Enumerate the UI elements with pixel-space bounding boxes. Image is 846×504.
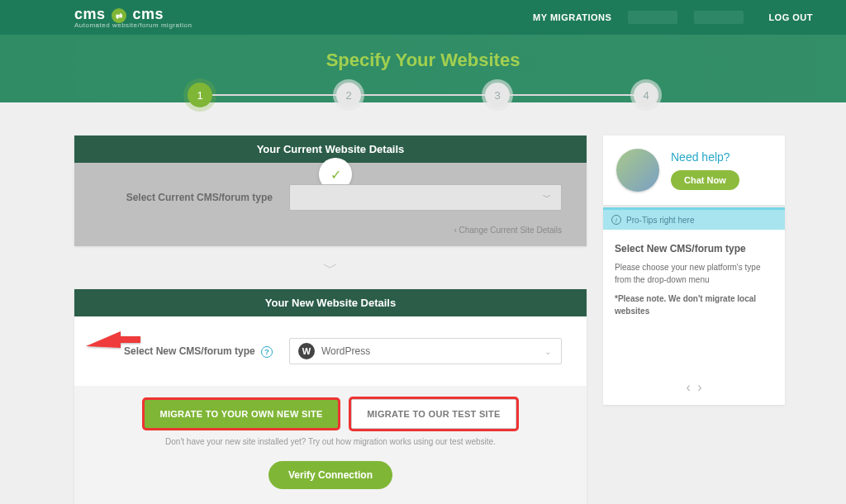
brand-tagline: Automated website/forum migration	[74, 21, 192, 29]
info-icon: i	[611, 215, 621, 225]
page-title: Specify Your Websites	[0, 50, 846, 71]
new-site-header: Your New Website Details	[74, 289, 587, 316]
avatar	[616, 149, 659, 192]
new-cms-label: Select New CMS/forum type ?	[99, 345, 273, 358]
brand-logo[interactable]: cms ⇄ cms Automated website/forum migrat…	[74, 6, 192, 30]
chat-now-button[interactable]: Chat Now	[671, 170, 739, 190]
brand-text-a: cms	[74, 6, 106, 22]
help-card: Need help? Chat Now	[603, 136, 785, 205]
wordpress-icon: W	[298, 343, 315, 359]
need-help-label: Need help?	[671, 150, 772, 164]
migrate-test-site-button[interactable]: MIGRATE TO OUR TEST SITE	[351, 399, 516, 429]
chevron-down-icon: ⌄	[544, 347, 551, 356]
current-cms-label: Select Current CMS/forum type	[99, 192, 273, 203]
tip-title: Select New CMS/forum type	[615, 243, 773, 254]
migrate-button-bar: MIGRATE TO YOUR OWN NEW SITE MIGRATE TO …	[74, 386, 587, 504]
nav-placeholder-1	[628, 11, 677, 24]
nav-my-migrations[interactable]: MY MIGRATIONS	[533, 12, 611, 22]
step-3[interactable]: 3	[485, 83, 510, 107]
new-cms-select[interactable]: W WordPress ⌄	[289, 338, 562, 364]
step-2[interactable]: 2	[336, 83, 361, 107]
chevron-down-icon: ﹀	[543, 192, 551, 203]
migrate-own-site-button[interactable]: MIGRATE TO YOUR OWN NEW SITE	[145, 400, 337, 428]
new-site-card: Your New Website Details Select New CMS/…	[74, 289, 587, 504]
step-indicator: 1 2 3 4	[0, 83, 846, 107]
chevron-down-icon: ﹀	[74, 246, 587, 289]
tips-next-button[interactable]: ›	[697, 380, 701, 394]
pro-tips-card: i Pro-Tips right here Select New CMS/for…	[603, 207, 785, 405]
change-current-link[interactable]: Change Current Site Details	[99, 226, 562, 235]
new-cms-value: WordPress	[321, 345, 370, 357]
current-cms-select[interactable]: ﹀	[289, 184, 562, 211]
nav-placeholder-2	[694, 11, 744, 24]
tip-text-2: *Please note. We don't migrate local web…	[615, 292, 773, 317]
tip-text-1: Please choose your new platform's type f…	[615, 261, 773, 286]
brand-text-b: cms	[133, 6, 164, 22]
help-icon[interactable]: ?	[261, 346, 273, 358]
current-site-card: Your Current Website Details ✓ Select Cu…	[74, 136, 587, 246]
nav-logout[interactable]: LOG OUT	[768, 12, 813, 22]
verify-connection-button[interactable]: Verify Connection	[269, 461, 392, 489]
pro-tips-header: i Pro-Tips right here	[603, 210, 785, 230]
test-site-hint: Don't have your new site installed yet? …	[74, 437, 587, 446]
tips-pager: ‹ ›	[603, 373, 785, 405]
step-1[interactable]: 1	[188, 83, 212, 107]
tips-prev-button[interactable]: ‹	[686, 380, 690, 394]
top-navbar: cms ⇄ cms Automated website/forum migrat…	[0, 0, 846, 35]
step-4[interactable]: 4	[634, 83, 658, 107]
